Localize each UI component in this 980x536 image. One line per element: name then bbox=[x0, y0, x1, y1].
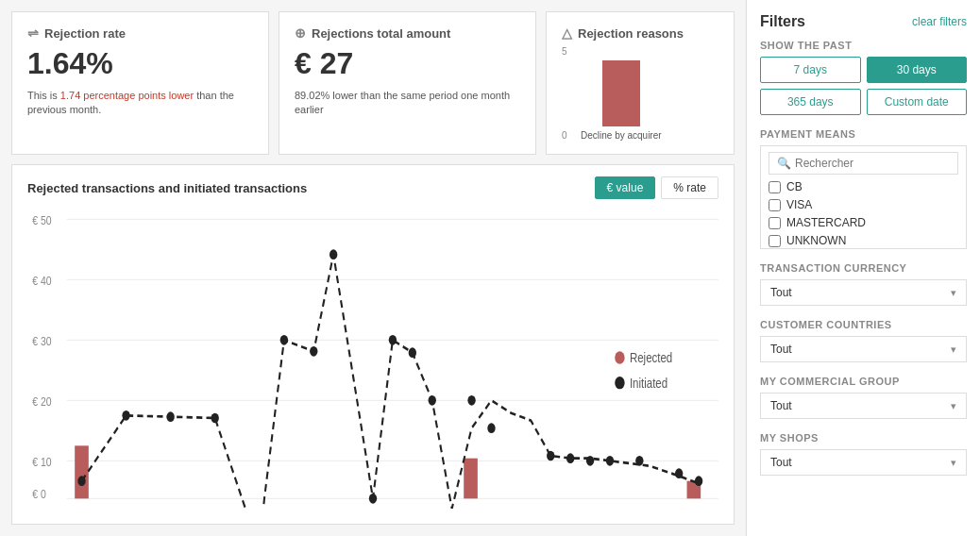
svg-point-35 bbox=[606, 456, 614, 466]
svg-point-26 bbox=[369, 494, 377, 504]
svg-point-37 bbox=[675, 468, 683, 478]
rejection-rate-note: This is 1.74 percentage points lower tha… bbox=[27, 89, 253, 118]
rejection-rate-icon: ⇌ bbox=[27, 25, 39, 41]
clear-filters-button[interactable]: clear filters bbox=[912, 15, 967, 28]
transaction-currency-dropdown[interactable]: Tout ▾ bbox=[760, 279, 967, 306]
my-shops-section: MY SHOPS Tout ▾ bbox=[760, 432, 967, 476]
365-days-button[interactable]: 365 days bbox=[760, 89, 861, 115]
commercial-group-dropdown[interactable]: Tout ▾ bbox=[760, 393, 967, 419]
svg-point-21 bbox=[166, 411, 174, 422]
payment-search-input[interactable] bbox=[795, 157, 950, 170]
svg-text:9 avr.: 9 avr. bbox=[168, 507, 193, 509]
chevron-down-icon: ▾ bbox=[951, 400, 956, 412]
rejection-rate-title: ⇌ Rejection rate bbox=[27, 25, 253, 41]
rejection-reasons-icon: △ bbox=[562, 25, 572, 41]
rejection-amount-note: 89.02% lower than the same period one mo… bbox=[295, 89, 520, 118]
chart-title: Rejected transactions and initiated tran… bbox=[27, 181, 307, 195]
show-past-label: SHOW THE PAST bbox=[760, 40, 967, 51]
chart-rate-button[interactable]: % rate bbox=[661, 176, 718, 199]
cb-checkbox-item: CB bbox=[769, 180, 958, 193]
show-past-section: SHOW THE PAST 7 days 30 days 365 days Cu… bbox=[760, 40, 967, 115]
mastercard-checkbox[interactable] bbox=[769, 217, 781, 229]
payment-means-label: PAYMENT MEANS bbox=[760, 128, 967, 140]
svg-text:30 avr.: 30 avr. bbox=[581, 507, 610, 509]
payment-search-box[interactable]: 🔍 bbox=[769, 152, 958, 175]
svg-text:16 avr.: 16 avr. bbox=[304, 507, 333, 509]
svg-text:€ 0: € 0 bbox=[32, 487, 46, 502]
rejection-reasons-bar-label: Decline by acquirer bbox=[581, 130, 662, 141]
search-icon: 🔍 bbox=[777, 157, 791, 170]
svg-point-33 bbox=[566, 453, 574, 463]
chevron-down-icon: ▾ bbox=[951, 457, 956, 469]
svg-text:€ 50: € 50 bbox=[32, 212, 52, 227]
sidebar-header: Filters clear filters bbox=[760, 13, 967, 30]
svg-point-28 bbox=[409, 347, 416, 358]
svg-text:€ 10: € 10 bbox=[32, 454, 52, 469]
chevron-down-icon: ▾ bbox=[951, 287, 956, 299]
rejection-reasons-chart: 5 0 Decline by acquirer bbox=[562, 46, 718, 141]
rejection-amount-value: € 27 bbox=[295, 46, 520, 81]
svg-point-36 bbox=[635, 456, 643, 466]
svg-point-41 bbox=[615, 377, 624, 389]
payment-means-section: PAYMENT MEANS 🔍 CB VISA MASTERCARD bbox=[760, 128, 967, 249]
sidebar: Filters clear filters SHOW THE PAST 7 da… bbox=[746, 0, 980, 536]
svg-rect-16 bbox=[75, 445, 89, 498]
visa-label: VISA bbox=[786, 198, 812, 211]
customer-countries-dropdown[interactable]: Tout ▾ bbox=[760, 336, 967, 362]
svg-point-23 bbox=[280, 335, 288, 345]
chart-header: Rejected transactions and initiated tran… bbox=[27, 176, 718, 199]
mastercard-checkbox-item: MASTERCARD bbox=[769, 216, 958, 229]
cb-label: CB bbox=[786, 180, 803, 193]
rejection-reasons-title: △ Rejection reasons bbox=[562, 25, 718, 41]
chart-buttons: € value % rate bbox=[595, 176, 718, 199]
custom-date-button[interactable]: Custom date bbox=[867, 89, 968, 115]
chart-area: € 50 € 40 € 30 € 20 € 10 € 0 9 avr. 16 a bbox=[27, 207, 718, 509]
chart-value-button[interactable]: € value bbox=[595, 176, 656, 199]
unknown-label: UNKNOWN bbox=[786, 234, 846, 247]
svg-point-19 bbox=[77, 476, 85, 486]
unknown-checkbox[interactable] bbox=[769, 235, 781, 247]
visa-checkbox-item: VISA bbox=[769, 198, 958, 211]
mastercard-label: MASTERCARD bbox=[786, 216, 866, 229]
svg-point-27 bbox=[389, 335, 397, 345]
svg-text:23 avr.: 23 avr. bbox=[442, 507, 471, 509]
payment-list: 🔍 CB VISA MASTERCARD UNKNOWN bbox=[760, 145, 967, 249]
my-shops-label: MY SHOPS bbox=[760, 432, 967, 444]
svg-point-22 bbox=[211, 413, 219, 424]
rejection-amount-card: ⊕ Rejections total amount € 27 89.02% lo… bbox=[279, 11, 536, 155]
transaction-currency-section: TRANSACTION CURRENCY Tout ▾ bbox=[760, 262, 967, 306]
rejection-amount-title: ⊕ Rejections total amount bbox=[295, 25, 520, 41]
filters-title: Filters bbox=[760, 13, 805, 30]
30-days-button[interactable]: 30 days bbox=[867, 57, 968, 83]
commercial-group-section: MY COMMERCIAL GROUP Tout ▾ bbox=[760, 376, 967, 419]
rejection-rate-value: 1.64% bbox=[27, 46, 253, 81]
customer-countries-section: CUSTOMER COUNTRIES Tout ▾ bbox=[760, 319, 967, 362]
my-shops-dropdown[interactable]: Tout ▾ bbox=[760, 449, 967, 476]
rejection-reasons-card: △ Rejection reasons 5 0 Decline by acqui… bbox=[546, 11, 735, 155]
rejection-rate-card: ⇌ Rejection rate 1.64% This is 1.74 perc… bbox=[11, 11, 269, 155]
svg-text:€ 40: € 40 bbox=[32, 273, 52, 288]
svg-point-39 bbox=[615, 351, 624, 363]
visa-checkbox[interactable] bbox=[769, 199, 781, 211]
chevron-down-icon: ▾ bbox=[951, 343, 956, 356]
svg-point-34 bbox=[586, 456, 594, 466]
svg-point-29 bbox=[429, 395, 436, 406]
unknown-checkbox-item: UNKNOWN bbox=[769, 234, 958, 247]
svg-point-24 bbox=[310, 346, 317, 357]
transaction-currency-label: TRANSACTION CURRENCY bbox=[760, 262, 967, 274]
cb-checkbox[interactable] bbox=[769, 181, 781, 193]
commercial-group-value: Tout bbox=[770, 399, 792, 412]
svg-text:€ 30: € 30 bbox=[32, 333, 52, 348]
svg-rect-17 bbox=[464, 459, 478, 499]
customer-countries-label: CUSTOMER COUNTRIES bbox=[760, 319, 967, 330]
svg-text:Initiated: Initiated bbox=[630, 376, 667, 392]
rejection-reasons-bar bbox=[602, 60, 640, 126]
svg-text:€ 20: € 20 bbox=[32, 394, 52, 409]
my-shops-value: Tout bbox=[770, 456, 792, 469]
svg-point-20 bbox=[122, 410, 129, 421]
svg-point-32 bbox=[547, 451, 554, 461]
7-days-button[interactable]: 7 days bbox=[760, 57, 861, 83]
transaction-currency-value: Tout bbox=[770, 286, 792, 299]
line-chart: € 50 € 40 € 30 € 20 € 10 € 0 9 avr. 16 a bbox=[27, 207, 718, 509]
svg-point-38 bbox=[695, 476, 702, 486]
